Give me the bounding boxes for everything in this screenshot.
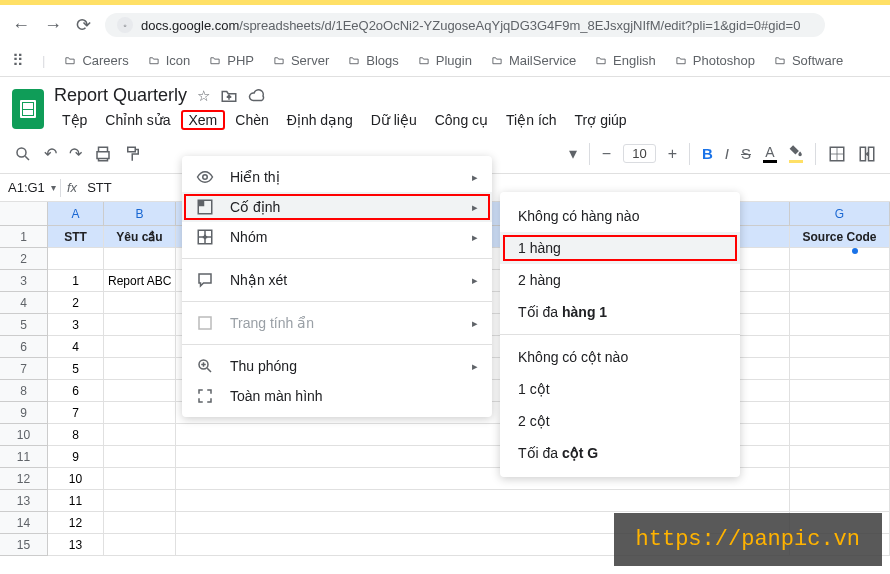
cell[interactable] xyxy=(790,402,890,424)
bookmark-plugin[interactable]: Plugin xyxy=(417,53,472,68)
bookmark-server[interactable]: Server xyxy=(272,53,329,68)
cell[interactable] xyxy=(790,248,890,270)
cell[interactable]: 5 xyxy=(48,358,104,380)
row-header[interactable]: 15 xyxy=(0,534,48,556)
bold-button[interactable]: B xyxy=(702,145,713,162)
dropdown-icon[interactable]: ▾ xyxy=(569,144,577,163)
freeze-up-to-row[interactable]: Tối đa hàng 1 xyxy=(500,296,740,328)
cell[interactable]: Source Code xyxy=(790,226,890,248)
column-header-g[interactable]: G xyxy=(790,202,890,226)
row-header[interactable]: 13 xyxy=(0,490,48,512)
cell[interactable]: 6 xyxy=(48,380,104,402)
cell[interactable] xyxy=(104,358,176,380)
text-color-button[interactable]: A xyxy=(763,145,777,163)
menu-help[interactable]: Trợ giúp xyxy=(567,110,635,130)
menu-zoom[interactable]: Thu phóng▸ xyxy=(182,351,492,381)
cell[interactable] xyxy=(104,314,176,336)
menu-extensions[interactable]: Tiện ích xyxy=(498,110,565,130)
cell[interactable] xyxy=(104,490,176,512)
menu-group[interactable]: Nhóm▸ xyxy=(182,222,492,252)
cell[interactable]: 2 xyxy=(48,292,104,314)
cell[interactable] xyxy=(104,468,176,490)
cell[interactable] xyxy=(790,380,890,402)
cell[interactable] xyxy=(104,512,176,534)
cell[interactable]: 11 xyxy=(48,490,104,512)
cell[interactable] xyxy=(104,248,176,270)
row-header[interactable]: 4 xyxy=(0,292,48,314)
cell[interactable]: STT xyxy=(48,226,104,248)
font-size-increase[interactable]: + xyxy=(668,145,677,163)
column-header-a[interactable]: A xyxy=(48,202,104,226)
cell[interactable] xyxy=(104,402,176,424)
borders-icon[interactable] xyxy=(828,145,846,163)
back-button[interactable]: ← xyxy=(12,15,30,36)
row-header[interactable]: 3 xyxy=(0,270,48,292)
document-title[interactable]: Report Quarterly xyxy=(54,85,187,106)
menu-freeze[interactable]: Cố định▸ xyxy=(182,192,492,222)
bookmark-icon[interactable]: Icon xyxy=(147,53,191,68)
cell[interactable]: 12 xyxy=(48,512,104,534)
row-header[interactable]: 7 xyxy=(0,358,48,380)
row-header[interactable]: 6 xyxy=(0,336,48,358)
freeze-no-rows[interactable]: Không có hàng nào xyxy=(500,200,740,232)
print-icon[interactable] xyxy=(94,145,112,163)
cell[interactable] xyxy=(176,490,790,512)
row-header[interactable]: 5 xyxy=(0,314,48,336)
row-header[interactable]: 2 xyxy=(0,248,48,270)
select-all-corner[interactable] xyxy=(0,202,48,226)
cell[interactable] xyxy=(104,424,176,446)
menu-file[interactable]: Tệp xyxy=(54,110,95,130)
fill-color-button[interactable] xyxy=(789,144,803,163)
strikethrough-button[interactable]: S xyxy=(741,145,751,162)
move-icon[interactable] xyxy=(220,87,238,105)
menu-view[interactable]: Xem xyxy=(181,110,226,130)
row-header[interactable]: 11 xyxy=(0,446,48,468)
star-icon[interactable]: ☆ xyxy=(197,87,210,105)
cell[interactable]: 8 xyxy=(48,424,104,446)
cell[interactable] xyxy=(104,534,176,556)
cell[interactable]: 7 xyxy=(48,402,104,424)
search-icon[interactable] xyxy=(14,145,32,163)
menu-tools[interactable]: Công cụ xyxy=(427,110,496,130)
cell[interactable] xyxy=(104,292,176,314)
bookmark-english[interactable]: English xyxy=(594,53,656,68)
cell[interactable]: 4 xyxy=(48,336,104,358)
cell[interactable] xyxy=(790,314,890,336)
freeze-2-rows[interactable]: 2 hàng xyxy=(500,264,740,296)
redo-icon[interactable]: ↷ xyxy=(69,144,82,163)
cell[interactable] xyxy=(790,446,890,468)
site-info-icon[interactable]: ◦ xyxy=(117,17,133,33)
font-size-decrease[interactable]: − xyxy=(602,145,611,163)
row-header[interactable]: 10 xyxy=(0,424,48,446)
cell[interactable]: Report ABC xyxy=(104,270,176,292)
bookmark-careers[interactable]: Careers xyxy=(63,53,128,68)
menu-format[interactable]: Định dạng xyxy=(279,110,361,130)
cell[interactable] xyxy=(790,270,890,292)
cell[interactable]: 1 xyxy=(48,270,104,292)
cloud-status-icon[interactable] xyxy=(248,87,266,105)
bookmark-software[interactable]: Software xyxy=(773,53,843,68)
menu-edit[interactable]: Chỉnh sửa xyxy=(97,110,178,130)
row-header[interactable]: 12 xyxy=(0,468,48,490)
freeze-1-col[interactable]: 1 cột xyxy=(500,373,740,405)
column-header-b[interactable]: B xyxy=(104,202,176,226)
cell[interactable] xyxy=(104,336,176,358)
undo-icon[interactable]: ↶ xyxy=(44,144,57,163)
menu-insert[interactable]: Chèn xyxy=(227,110,276,130)
formula-bar[interactable]: STT xyxy=(83,180,116,195)
menu-data[interactable]: Dữ liệu xyxy=(363,110,425,130)
menu-show[interactable]: Hiển thị▸ xyxy=(182,162,492,192)
row-header[interactable]: 1 xyxy=(0,226,48,248)
freeze-up-to-col[interactable]: Tối đa cột G xyxy=(500,437,740,469)
apps-icon[interactable]: ⠿ xyxy=(12,51,24,70)
cell[interactable]: 10 xyxy=(48,468,104,490)
forward-button[interactable]: → xyxy=(44,15,62,36)
cell[interactable]: Yêu cầu xyxy=(104,226,176,248)
cell[interactable] xyxy=(790,336,890,358)
font-size-input[interactable]: 10 xyxy=(623,144,655,163)
reload-button[interactable]: ⟳ xyxy=(76,14,91,36)
selection-handle[interactable] xyxy=(852,248,858,254)
address-bar[interactable]: ◦ docs.google.com/spreadsheets/d/1EeQ2oO… xyxy=(105,13,825,37)
freeze-1-row[interactable]: 1 hàng xyxy=(500,232,740,264)
bookmark-mailservice[interactable]: MailService xyxy=(490,53,576,68)
